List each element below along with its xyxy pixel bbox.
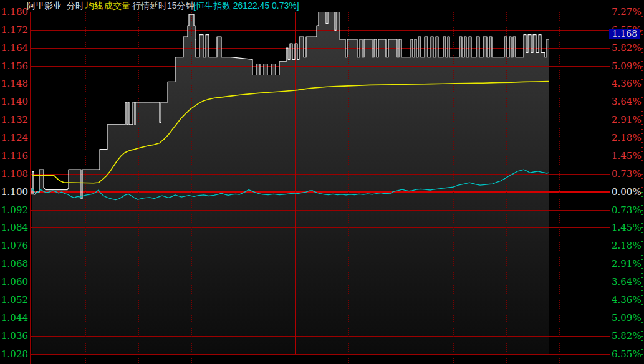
tab-moving-average[interactable]: 均线: [85, 1, 103, 11]
tab-timeshare[interactable]: 分时: [67, 1, 84, 11]
price-label: 1.172: [0, 26, 28, 35]
price-label: 1.180: [0, 7, 28, 17]
intraday-chart-screen: 阿里影业 分时 均线 成交量 行情延时15分钟 [恒生指数 26122.45 0…: [0, 0, 644, 364]
price-label: 1.164: [0, 44, 28, 53]
stock-name: 阿里影业: [27, 1, 62, 11]
last-price-badge: 1.168: [609, 29, 640, 39]
percent-label: 2.18%: [612, 241, 642, 251]
percent-label: 5.82%: [612, 44, 642, 53]
percent-label: 0.73%: [612, 206, 642, 215]
percent-label: 0.00%: [612, 188, 642, 197]
price-label: 1.044: [0, 314, 28, 323]
percent-label: 2.91%: [612, 259, 642, 269]
percent-label: 5.09%: [612, 62, 642, 71]
price-label: 1.092: [0, 206, 28, 215]
price-label: 1.052: [0, 295, 28, 305]
price-label: 1.156: [0, 62, 28, 71]
percent-label: 5.09%: [612, 314, 642, 323]
price-label: 1.132: [0, 115, 28, 125]
price-label: 1.100: [0, 188, 28, 197]
price-label: 1.108: [0, 170, 28, 179]
percent-label: 6.55%: [612, 350, 642, 359]
tab-volume[interactable]: 成交量: [104, 1, 130, 11]
percent-label: 2.91%: [612, 115, 642, 125]
percent-label: 3.64%: [612, 97, 642, 107]
intraday-chart[interactable]: [0, 0, 644, 364]
percent-label: 1.45%: [612, 151, 642, 161]
percent-label: 3.64%: [612, 277, 642, 287]
percent-label: 2.18%: [612, 133, 642, 143]
percent-label: 4.36%: [612, 295, 642, 305]
price-label: 1.060: [0, 277, 28, 287]
price-label: 1.148: [0, 79, 28, 89]
percent-label: 1.45%: [612, 223, 642, 232]
price-label: 1.076: [0, 241, 28, 251]
delay-notice: 行情延时15分钟: [132, 1, 195, 11]
percent-label: 0.73%: [612, 170, 642, 179]
percent-label: 4.36%: [612, 79, 642, 89]
percent-label: 7.27%: [612, 7, 642, 17]
price-label: 1.084: [0, 223, 28, 232]
price-label: 1.036: [0, 332, 28, 341]
price-label: 1.140: [0, 97, 28, 107]
price-label: 1.124: [0, 133, 28, 143]
hang-seng-index-quote[interactable]: [恒生指数 26122.45 0.73%]: [193, 1, 299, 11]
price-label: 1.068: [0, 259, 28, 269]
percent-label: 5.82%: [612, 332, 642, 341]
price-label: 1.028: [0, 350, 28, 359]
price-label: 1.116: [0, 151, 28, 161]
